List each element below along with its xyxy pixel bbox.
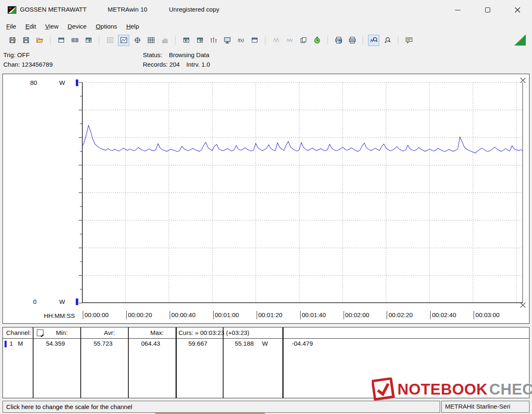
minimize-button[interactable]: [448, 4, 467, 16]
channel-list: Chan: 123456789: [3, 61, 53, 68]
export-data-button[interactable]: [83, 35, 94, 46]
online-monitor-button[interactable]: [221, 35, 233, 46]
toolbar: f(x): [0, 32, 532, 48]
menu-edit[interactable]: Edit: [21, 21, 41, 31]
refresh-timer-button[interactable]: [311, 35, 323, 46]
x-axis-format-label: HH:MM:SS: [44, 312, 75, 319]
column-divider: [128, 327, 129, 398]
cut-curve-button: [270, 35, 282, 46]
window-doc-icon: [58, 36, 65, 44]
x-tick-label: 00:02:40: [430, 311, 456, 319]
transfer-out-button[interactable]: [194, 35, 205, 46]
xy-chart-view-button[interactable]: [132, 35, 143, 46]
status-bar-hint[interactable]: Click here to change the scale for the c…: [2, 401, 440, 413]
chart-plot-area[interactable]: [82, 82, 523, 303]
status-label: Status:: [143, 51, 162, 58]
check-icon: ✔: [40, 333, 44, 339]
mini-window-button[interactable]: [249, 35, 260, 46]
interval-value: Intrv. 1.0: [186, 61, 210, 68]
column-divider: [223, 327, 224, 398]
header-avr: Avr:: [104, 329, 115, 336]
disk-icon: [22, 36, 30, 44]
yt-chart-view-button[interactable]: [118, 35, 129, 46]
x-tick-label: 00:01:20: [257, 311, 282, 319]
copy-pages-button[interactable]: [298, 35, 309, 46]
status-value: Browsing Data: [169, 51, 209, 58]
license-status: Unregistered copy: [169, 6, 219, 13]
x-tick-label: 00:02:00: [344, 311, 369, 319]
row-max-value: 064.43: [141, 340, 160, 347]
menu-bar: FileEditViewDeviceOptionsHelp: [0, 20, 532, 32]
close-button[interactable]: [508, 4, 527, 16]
y-axis-max-label[interactable]: 80: [30, 79, 37, 86]
zoom-select-button[interactable]: [382, 35, 393, 46]
y-axis-unit-bottom: W: [59, 298, 65, 305]
acquisition-info-bar: Trig: OFF Chan: 123456789 Status: Browsi…: [0, 48, 532, 74]
menu-options[interactable]: Options: [91, 21, 122, 31]
zoom-curve-button[interactable]: [368, 35, 379, 46]
close-icon: [515, 7, 520, 13]
toolbar-separator: [363, 36, 363, 45]
trigger-status: Trig: OFF: [3, 51, 30, 58]
print-preview-button[interactable]: [333, 35, 344, 46]
row-cursor-value: 59.667: [188, 340, 207, 347]
table-header-divider: [3, 338, 529, 339]
disk-pen-icon: [9, 36, 16, 44]
device-memory-button[interactable]: [69, 35, 80, 46]
bar-graph-view-button: [159, 35, 170, 46]
read-device-memory-button[interactable]: [55, 35, 67, 46]
menu-help[interactable]: Help: [122, 21, 144, 31]
app-title: GOSSEN METRAWATT: [20, 6, 87, 13]
filter-curve-button: [284, 35, 295, 46]
levels-icon: [210, 36, 217, 44]
values-display-button: [104, 35, 116, 46]
menu-file[interactable]: File: [2, 21, 21, 31]
split-icon: [272, 36, 280, 44]
y-axis-min-label[interactable]: 0: [33, 298, 36, 305]
x-tick-label: 00:00:40: [170, 311, 195, 319]
channel-visibility-checkbox[interactable]: ✔: [37, 330, 43, 336]
fx-icon: f(x): [237, 36, 245, 44]
row-unit: W: [262, 340, 268, 347]
title-bar: GOSSEN METRAWATT METRAwin 10 Unregistere…: [0, 0, 532, 20]
maximize-button[interactable]: [478, 4, 497, 16]
column-divider: [80, 327, 81, 398]
zoom-wave-icon: [370, 36, 378, 44]
wave-icon: [286, 36, 294, 44]
notes-button[interactable]: [403, 35, 414, 46]
product-name: METRAwin 10: [108, 6, 147, 13]
column-divider: [176, 327, 177, 398]
row-current-value: 55.188: [235, 340, 254, 347]
pages-icon: [300, 36, 307, 44]
transfer-in-button[interactable]: [181, 35, 192, 46]
row-min-value: 54.359: [46, 340, 65, 347]
table-view-button[interactable]: [145, 35, 156, 46]
formula-button[interactable]: f(x): [235, 35, 246, 46]
watermark-text-gray: CHECK: [489, 381, 532, 398]
window-arrow-icon: [85, 36, 92, 44]
print-button[interactable]: [347, 35, 358, 46]
crosshair-icon: [134, 36, 141, 44]
x-tick-label: 00:01:00: [213, 311, 239, 319]
scale-levels-button[interactable]: [208, 35, 219, 46]
folder-open-icon: [36, 36, 43, 44]
notebookcheck-logo-icon: [372, 378, 396, 402]
records-count: Records: 204: [143, 61, 180, 68]
app-icon: [7, 5, 17, 14]
save-as-button[interactable]: [7, 35, 18, 46]
table-icon: [147, 36, 155, 44]
header-channel: Channel:: [6, 329, 31, 336]
open-button[interactable]: [34, 35, 45, 46]
header-max: Max:: [150, 329, 164, 336]
x-tick-label: 00:03:00: [474, 311, 499, 319]
note-icon: [405, 36, 413, 44]
svg-text:f(x): f(x): [238, 38, 244, 43]
window-arrow-left-icon: [183, 36, 190, 44]
minimize-icon: [455, 10, 460, 10]
save-button[interactable]: [20, 35, 31, 46]
menu-view[interactable]: View: [41, 21, 63, 31]
toolbar-separator: [398, 36, 398, 45]
x-tick-label: 00:02:20: [387, 311, 412, 319]
menu-device[interactable]: Device: [63, 21, 91, 31]
list-icon: [106, 36, 114, 44]
